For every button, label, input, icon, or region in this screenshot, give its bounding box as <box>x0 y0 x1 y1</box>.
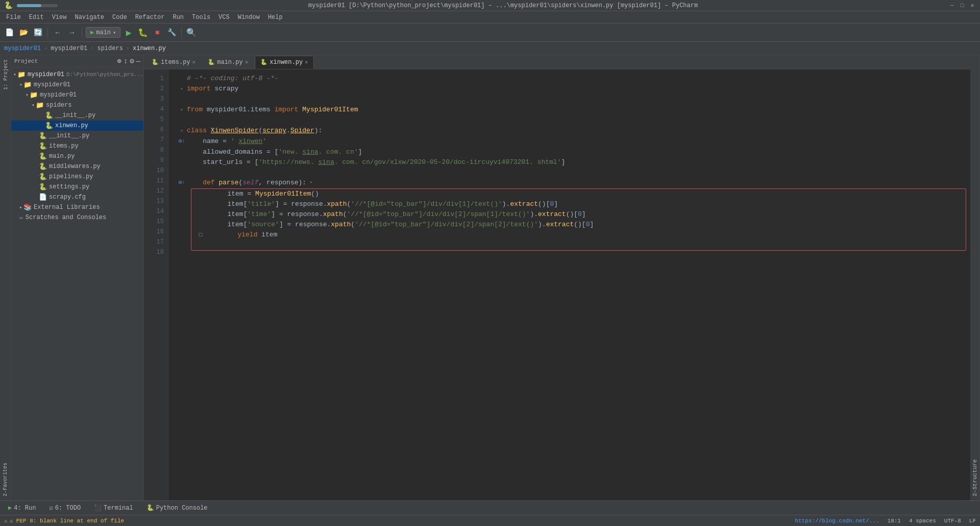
new-file-button[interactable]: 📄 <box>3 27 15 39</box>
menu-file[interactable]: File <box>2 13 25 22</box>
py-icon-4: 🐍 <box>39 142 47 150</box>
project-panel-label[interactable]: 1: Project <box>1 55 10 94</box>
run-tab-icon: ▶ <box>8 504 12 512</box>
py-icon-6: 🐍 <box>39 162 47 171</box>
tab-items-py[interactable]: 🐍 items.py ✕ <box>146 56 201 69</box>
maximize-button[interactable]: □ <box>959 2 966 9</box>
editor-area: 🐍 items.py ✕ 🐍 main.py ✕ 🐍 xinwen.py ✕ 1… <box>144 55 970 500</box>
sidebar-settings-btn[interactable]: ⚙ <box>130 57 134 65</box>
spaces-info: 4 spaces <box>909 518 936 524</box>
search-button[interactable]: 🔍 <box>185 27 198 39</box>
stop-button[interactable]: ■ <box>151 27 163 39</box>
code-line-12: item = Myspider01Item() <box>191 189 966 199</box>
menu-refactor[interactable]: Refactor <box>131 13 169 22</box>
gutter-2: ▾ <box>177 84 187 94</box>
code-line-4: ▾ from myspider01.items import Myspider0… <box>177 105 970 115</box>
breadcrumb: myspider01 › myspider01 › spiders › xinw… <box>0 42 980 55</box>
menu-bar: File Edit View Navigate Code Refactor Ru… <box>0 11 980 23</box>
breadcrumb-file[interactable]: xinwen.py <box>133 45 166 52</box>
editor-tabs: 🐍 items.py ✕ 🐍 main.py ✕ 🐍 xinwen.py ✕ <box>144 55 970 69</box>
tree-middlewares[interactable]: 🐍 middlewares.py <box>11 161 143 172</box>
tab-main-py[interactable]: 🐍 main.py ✕ <box>202 56 254 69</box>
tab-run[interactable]: ▶ 4: Run <box>3 503 41 513</box>
breadcrumb-spiders[interactable]: spiders <box>97 45 122 52</box>
cfg-icon: 📄 <box>39 193 47 201</box>
status-warning: ⚠ ⚠ PEP 8: blank line at end of file <box>4 517 124 524</box>
tree-xinwen[interactable]: 🐍 xinwen.py <box>11 121 143 131</box>
warning-icon: ⚠ <box>4 517 8 524</box>
terminal-tab-icon: ⬛ <box>94 504 102 512</box>
code-line-10 <box>177 168 970 178</box>
code-editor[interactable]: 1 2 3 4 5 6 7 8 9 10 11 12 13 14 15 16 1… <box>144 69 970 500</box>
tree-scrapy-cfg[interactable]: 📄 scrapy.cfg <box>11 192 143 202</box>
menu-navigate[interactable]: Navigate <box>70 13 108 22</box>
code-line-17 <box>191 240 966 250</box>
py-icon-2: 🐍 <box>45 122 53 130</box>
menu-help[interactable]: Help <box>264 13 287 22</box>
run-config-selector[interactable]: ▶ main ▾ <box>86 27 120 38</box>
code-content[interactable]: # -*- coding: utf-8 -*- ▾ import scrapy <box>168 69 970 500</box>
python-console-icon: 🐍 <box>146 504 154 512</box>
code-line-3 <box>177 94 970 105</box>
breadcrumb-pkg[interactable]: myspider01 <box>51 45 87 52</box>
tab-close-main[interactable]: ✕ <box>245 59 249 65</box>
menu-code[interactable]: Code <box>108 13 131 22</box>
minimize-button[interactable]: ─ <box>948 2 955 9</box>
tab-xinwen-py[interactable]: 🐍 xinwen.py ✕ <box>255 56 313 69</box>
menu-vcs[interactable]: VCS <box>214 13 234 22</box>
tree-root[interactable]: ▾ 📁 myspider01 D:\Python\python_pro... <box>11 69 143 80</box>
code-line-11: ⊙↑ def parse(self, response): ▾ <box>177 178 970 188</box>
menu-view[interactable]: View <box>48 13 71 22</box>
tree-init-pkg[interactable]: 🐍 __init__.py <box>11 131 143 141</box>
breadcrumb-root[interactable]: myspider01 <box>4 45 41 52</box>
close-button[interactable]: ✕ <box>969 2 976 9</box>
menu-tools[interactable]: Tools <box>188 13 214 22</box>
menu-edit[interactable]: Edit <box>25 13 48 22</box>
code-line-15: item['source'] = response.xpath('//*[@id… <box>191 220 966 230</box>
tab-todo[interactable]: ☑ 6: TODO <box>44 503 86 513</box>
tab-terminal[interactable]: ⬛ Terminal <box>89 503 138 513</box>
code-line-14: item['time'] = response.xpath('//*[@id="… <box>191 209 966 220</box>
tree-main[interactable]: 🐍 main.py <box>11 151 143 161</box>
run-button[interactable]: ▶ <box>122 27 135 39</box>
forward-button[interactable]: → <box>66 27 78 39</box>
tab-icon-xinwen: 🐍 <box>260 59 267 65</box>
tree-myspider01-pkg[interactable]: ▾ 📁 myspider01 <box>11 80 143 90</box>
tree-scratches[interactable]: ✏ Scratches and Consoles <box>11 212 143 223</box>
favorites-label[interactable]: 2-Favorites <box>1 459 10 500</box>
folder-icon: 📁 <box>17 70 26 79</box>
code-line-5 <box>177 115 970 126</box>
tree-myspider01-inner[interactable]: ▾ 📁 myspider01 <box>11 90 143 100</box>
code-line-16: □ yield item <box>191 230 966 240</box>
py-icon-8: 🐍 <box>39 183 47 191</box>
code-line-8: allowed_domains = ['new. sina. com. cn'] <box>177 147 970 157</box>
code-line-9: start_urls = ['https://news. sina. com. … <box>177 157 970 168</box>
back-button[interactable]: ← <box>52 27 64 39</box>
line-ending: LF <box>969 518 976 524</box>
tree-pipelines[interactable]: 🐍 pipelines.py <box>11 172 143 182</box>
tree-settings[interactable]: 🐍 settings.py <box>11 182 143 192</box>
project-tree: ▾ 📁 myspider01 D:\Python\python_pro... ▾… <box>11 67 143 500</box>
sidebar-close-btn[interactable]: — <box>136 57 140 65</box>
code-line-13: item['title'] = response.xpath('//*[@id=… <box>191 199 966 209</box>
menu-run[interactable]: Run <box>168 13 188 22</box>
sidebar-sync-btn[interactable]: ↕ <box>124 57 128 65</box>
sidebar-add-btn[interactable]: ⊕ <box>117 57 121 65</box>
gutter-11: ⊙↑ <box>177 178 187 188</box>
tab-icon-items: 🐍 <box>152 59 159 65</box>
debug-button[interactable]: 🐛 <box>137 27 149 39</box>
tab-close-xinwen[interactable]: ✕ <box>305 59 308 65</box>
open-button[interactable]: 📂 <box>17 27 30 39</box>
menu-window[interactable]: Window <box>234 13 264 22</box>
tab-close-items[interactable]: ✕ <box>192 59 196 65</box>
tab-python-console[interactable]: 🐍 Python Console <box>141 503 213 513</box>
settings-button[interactable]: 🔧 <box>165 27 178 39</box>
sync-button[interactable]: 🔄 <box>32 27 44 39</box>
tree-ext-libs[interactable]: ▸ 📚 External Libraries <box>11 202 143 212</box>
tree-init-spiders[interactable]: 🐍 __init__.py <box>11 110 143 121</box>
todo-tab-icon: ☑ <box>49 504 53 512</box>
status-bar: ⚠ ⚠ PEP 8: blank line at end of file htt… <box>0 515 980 526</box>
structure-panel-label[interactable]: 2-Structure <box>970 55 980 500</box>
tree-spiders[interactable]: ▾ 📁 spiders <box>11 100 143 110</box>
tree-items[interactable]: 🐍 items.py <box>11 141 143 151</box>
